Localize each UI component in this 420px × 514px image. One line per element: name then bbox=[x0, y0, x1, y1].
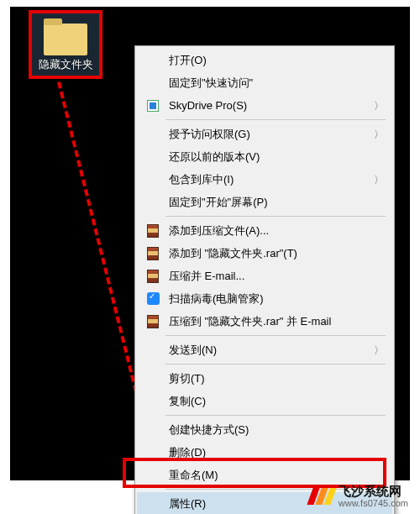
menu-separator bbox=[165, 119, 386, 120]
menu-separator bbox=[165, 364, 386, 365]
menu-item-pin-start[interactable]: 固定到"开始"屏幕(P) bbox=[137, 191, 392, 213]
desktop-dark-area: 隐藏文件夹 打开(O) 固定到"快速访问" SkyDrive Pro(S) 〉 … bbox=[10, 7, 410, 480]
chevron-right-icon: 〉 bbox=[374, 343, 384, 357]
menu-item-scan-virus[interactable]: 扫描病毒(电脑管家) bbox=[137, 287, 392, 310]
menu-item-open[interactable]: 打开(O) bbox=[137, 49, 392, 71]
menu-label: 发送到(N) bbox=[169, 343, 217, 358]
chevron-right-icon: 〉 bbox=[374, 127, 384, 141]
menu-label: 属性(R) bbox=[169, 496, 206, 511]
menu-label: 压缩到 "隐藏文件夹.rar" 并 E-mail bbox=[169, 314, 331, 329]
menu-separator bbox=[165, 216, 386, 217]
rar-icon bbox=[145, 314, 160, 329]
menu-item-copy[interactable]: 复制(C) bbox=[137, 390, 392, 412]
rar-icon bbox=[145, 269, 160, 284]
folder-label: 隐藏文件夹 bbox=[39, 59, 93, 70]
menu-label: 扫描病毒(电脑管家) bbox=[169, 291, 264, 307]
menu-label: 还原以前的版本(V) bbox=[169, 149, 260, 165]
menu-item-pin-quick-access[interactable]: 固定到"快速访问" bbox=[137, 71, 392, 94]
watermark: 飞沙系统网 www.fs0745.com bbox=[310, 484, 408, 509]
menu-label: 复制(C) bbox=[169, 394, 206, 409]
menu-item-include-library[interactable]: 包含到库中(I) 〉 bbox=[137, 168, 392, 191]
menu-label: 授予访问权限(G) bbox=[169, 127, 250, 142]
menu-item-rename[interactable]: 重命名(M) bbox=[137, 464, 392, 486]
rar-icon bbox=[145, 246, 160, 261]
rar-icon bbox=[145, 223, 160, 239]
context-menu: 打开(O) 固定到"快速访问" SkyDrive Pro(S) 〉 授予访问权限… bbox=[134, 45, 395, 514]
folder-icon[interactable] bbox=[44, 24, 87, 55]
scan-icon bbox=[145, 291, 160, 307]
menu-label: 添加到 "隐藏文件夹.rar"(T) bbox=[169, 246, 297, 261]
menu-separator bbox=[165, 415, 386, 416]
menu-label: 压缩并 E-mail... bbox=[169, 269, 244, 284]
menu-item-add-archive[interactable]: 添加到压缩文件(A)... bbox=[137, 219, 392, 242]
menu-label: 剪切(T) bbox=[169, 371, 205, 386]
menu-item-skydrive-pro[interactable]: SkyDrive Pro(S) 〉 bbox=[137, 94, 392, 117]
watermark-logo-icon bbox=[310, 488, 333, 505]
menu-label: SkyDrive Pro(S) bbox=[169, 99, 247, 112]
menu-item-delete[interactable]: 删除(D) bbox=[137, 441, 392, 464]
watermark-url: www.fs0745.com bbox=[339, 498, 408, 509]
desktop-folder-highlight: 隐藏文件夹 bbox=[29, 10, 102, 79]
menu-item-create-shortcut[interactable]: 创建快捷方式(S) bbox=[137, 418, 392, 441]
menu-separator bbox=[165, 335, 386, 336]
menu-label: 重命名(M) bbox=[169, 468, 218, 483]
menu-label: 打开(O) bbox=[169, 53, 207, 68]
menu-label: 固定到"快速访问" bbox=[169, 76, 253, 91]
menu-item-cut[interactable]: 剪切(T) bbox=[137, 367, 392, 390]
menu-label: 删除(D) bbox=[169, 445, 206, 460]
menu-label: 创建快捷方式(S) bbox=[169, 422, 249, 438]
menu-label: 包含到库中(I) bbox=[169, 172, 234, 187]
menu-item-grant-access[interactable]: 授予访问权限(G) 〉 bbox=[137, 123, 392, 145]
skydrive-icon bbox=[145, 98, 160, 113]
menu-item-send-to[interactable]: 发送到(N) 〉 bbox=[137, 338, 392, 361]
menu-item-add-to-rar[interactable]: 添加到 "隐藏文件夹.rar"(T) bbox=[137, 242, 392, 265]
menu-label: 添加到压缩文件(A)... bbox=[169, 223, 269, 239]
chevron-right-icon: 〉 bbox=[374, 98, 384, 113]
menu-item-restore-versions[interactable]: 还原以前的版本(V) bbox=[137, 145, 392, 168]
menu-label: 固定到"开始"屏幕(P) bbox=[169, 195, 268, 210]
menu-item-zip-email[interactable]: 压缩并 E-mail... bbox=[137, 265, 392, 287]
menu-item-zip-rar-email[interactable]: 压缩到 "隐藏文件夹.rar" 并 E-mail bbox=[137, 310, 392, 333]
watermark-title: 飞沙系统网 bbox=[339, 484, 408, 498]
chevron-right-icon: 〉 bbox=[374, 172, 384, 186]
